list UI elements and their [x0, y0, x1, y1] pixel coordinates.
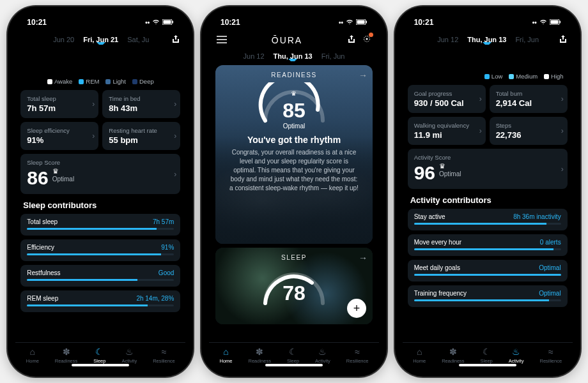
contrib-label: Stay active [414, 213, 445, 220]
metric-tile[interactable]: Total sleep 7h 57m › [20, 90, 98, 118]
tab-home[interactable]: ⌂Home [413, 347, 426, 364]
contributors-list: Total sleep7h 57m Efficiency91% Restfuln… [20, 214, 180, 312]
card-caption: SLEEP [281, 254, 307, 261]
contributor-item[interactable]: Stay active8h 36m inactivity [408, 209, 568, 230]
activity-icon: ♨ [512, 347, 520, 357]
contributor-item[interactable]: REM sleep2h 14m, 28% [20, 290, 180, 312]
date-next[interactable]: Fri, Jun [321, 52, 345, 60]
metric-tile[interactable]: Goal progress 930 / 500 Cal › [408, 85, 486, 113]
date-next[interactable]: Fri, Jun [515, 36, 539, 43]
sleep-stage-legend: AwakeREMLightDeep [20, 78, 180, 85]
section-heading: Activity contributors [410, 195, 565, 205]
signal-icon: •• [339, 19, 343, 26]
legend-item: Deep [132, 78, 154, 85]
metric-value: 930 / 500 Cal [414, 98, 479, 108]
progress-bar [27, 253, 174, 255]
metric-tile[interactable]: Total burn 2,914 Cal › [490, 85, 568, 113]
sleep-card[interactable]: → SLEEP 78 + [215, 248, 373, 324]
tab-label: Home [26, 358, 39, 364]
contributor-item[interactable]: Training frequencyOptimal [408, 285, 568, 307]
share-icon[interactable] [347, 34, 356, 46]
contributor-item[interactable]: Total sleep7h 57m [20, 214, 180, 236]
metric-tile[interactable]: Resting heart rate 55 bpm › [102, 122, 180, 150]
tab-resilience[interactable]: ≈Resilience [153, 347, 175, 364]
share-icon[interactable] [171, 34, 180, 45]
metric-value: 22,736 [496, 130, 561, 140]
tab-readiness[interactable]: ✽Readiness [55, 347, 77, 364]
readiness-title: You've got the rhythm [247, 135, 341, 145]
svg-rect-2 [173, 20, 174, 23]
tab-readiness[interactable]: ✽Readiness [248, 347, 270, 364]
date-navigation[interactable]: Jun 12 Thu, Jun 13 Fri, Jun [209, 49, 379, 61]
date-active[interactable]: Thu, Jun 13 [467, 36, 506, 43]
svg-point-7 [366, 38, 368, 40]
battery-icon [356, 19, 368, 26]
date-prev[interactable]: Jun 20 [53, 36, 74, 43]
date-navigation[interactable]: Jun 20 Fri, Jun 21 Sat, Ju [15, 31, 185, 46]
clock: 10:21 [220, 18, 240, 27]
contrib-value: 0 alerts [540, 239, 561, 246]
legend-item: Light [105, 78, 126, 85]
date-prev[interactable]: Jun 12 [437, 36, 458, 43]
sleep-icon: ☾ [289, 347, 297, 357]
share-icon[interactable] [559, 34, 568, 45]
contributor-item[interactable]: Meet daily goalsOptimal [408, 260, 568, 282]
score-status: Optimal [52, 176, 74, 183]
tab-label: Readiness [248, 358, 270, 364]
contributor-item[interactable]: Efficiency91% [20, 239, 180, 261]
wifi-icon [152, 19, 160, 26]
signal-icon: •• [145, 19, 150, 26]
metric-value: 8h 43m [109, 103, 174, 113]
home-indicator[interactable] [72, 364, 129, 366]
metric-label: Time in bed [109, 95, 174, 102]
sleep-score-tile[interactable]: Sleep Score 86 ♛ Optimal › [20, 154, 180, 194]
activity-score-tile[interactable]: Activity Score 96 ♛ Optimal › [408, 149, 568, 189]
progress-bar [414, 248, 561, 250]
chevron-right-icon: › [561, 94, 564, 103]
date-active[interactable]: Fri, Jun 21 [83, 36, 118, 43]
date-next[interactable]: Sat, Ju [127, 36, 149, 43]
tab-sleep[interactable]: ☾Sleep [481, 347, 493, 364]
metric-label: Resting heart rate [109, 127, 174, 134]
date-active[interactable]: Thu, Jun 13 [274, 52, 313, 60]
tab-resilience[interactable]: ≈Resilience [346, 347, 369, 364]
progress-bar [27, 228, 174, 230]
readiness-card[interactable]: → READINESS ♛ 85 Optimal You've got the … [215, 65, 373, 244]
tab-resilience[interactable]: ≈Resilience [539, 347, 562, 364]
menu-icon[interactable] [217, 34, 227, 46]
metric-tile[interactable]: Steps 22,736 › [490, 117, 568, 145]
tab-activity[interactable]: ♨Activity [121, 347, 137, 364]
tab-label: Resilience [153, 358, 175, 364]
tab-sleep[interactable]: ☾Sleep [93, 347, 105, 364]
settings-icon[interactable] [362, 34, 371, 46]
metric-value: 7h 57m [27, 103, 92, 113]
tab-sleep[interactable]: ☾Sleep [287, 347, 299, 364]
tab-home[interactable]: ⌂Home [26, 347, 39, 364]
metric-tile[interactable]: Walking equivalency 11.9 mi › [408, 117, 486, 145]
contributor-item[interactable]: Move every hour0 alerts [408, 234, 568, 256]
chevron-right-icon: → [359, 70, 368, 80]
chevron-right-icon: › [479, 126, 482, 135]
tab-label: Resilience [539, 358, 562, 364]
date-navigation[interactable]: Jun 12 Thu, Jun 13 Fri, Jun [403, 31, 573, 46]
tab-readiness[interactable]: ✽Readiness [442, 347, 464, 364]
home-indicator[interactable] [265, 364, 323, 366]
metric-tile[interactable]: Time in bed 8h 43m › [102, 90, 180, 118]
tab-label: Sleep [287, 358, 299, 364]
tab-home[interactable]: ⌂Home [219, 347, 232, 364]
activity-legend: LowMediumHigh [408, 73, 568, 80]
home-indicator[interactable] [459, 364, 516, 366]
status-icons: •• [532, 19, 561, 26]
svg-rect-5 [366, 20, 367, 23]
date-prev[interactable]: Jun 12 [244, 52, 265, 60]
score-value: 86 [27, 167, 48, 189]
chevron-right-icon: › [174, 170, 176, 179]
add-button[interactable]: + [347, 299, 366, 318]
tab-activity[interactable]: ♨Activity [509, 347, 524, 364]
tab-activity[interactable]: ♨Activity [315, 347, 330, 364]
resilience-icon: ≈ [548, 347, 553, 357]
metric-tile[interactable]: Sleep efficiency 91% › [20, 122, 98, 150]
contributor-item[interactable]: RestfulnessGood [20, 265, 180, 287]
clock: 10:21 [414, 18, 434, 27]
contrib-value: Good [159, 269, 174, 276]
